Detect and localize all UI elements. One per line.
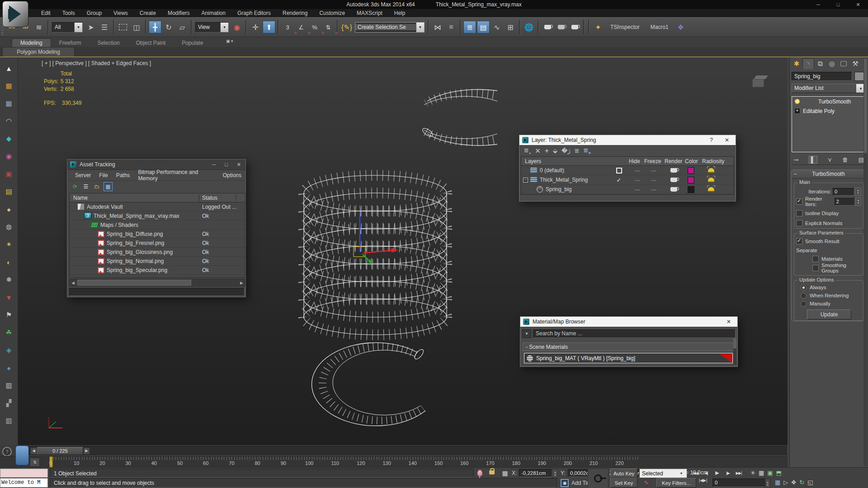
menu-item-edit[interactable]: Edit (35, 9, 57, 17)
layer-help-icon[interactable]: ? (710, 137, 725, 143)
ribbon-minimize-icon[interactable]: ▣ ▾ (226, 39, 240, 45)
selection-brackets-icon[interactable]: ▦ (759, 469, 764, 476)
time-slider-track[interactable]: ◀ 0 / 225 ▶ (29, 446, 787, 456)
at-menu-paths[interactable]: Paths (112, 172, 134, 178)
left-tool-icon-7[interactable]: ▣ (3, 168, 15, 180)
help-icon[interactable]: ? (2, 447, 12, 456)
layer-properties-icon[interactable]: ≣✱ (584, 147, 591, 155)
asset-row[interactable]: Thick_Metal_Spring_max_vray.maxOk (70, 211, 245, 221)
asset-row[interactable]: Spring_big_Diffuse.pngOk (70, 230, 245, 239)
left-tool-icon-18[interactable]: ● (3, 361, 15, 374)
browser-options-icon[interactable]: ▼ (522, 329, 531, 338)
expand-toggle-icon[interactable]: − (523, 178, 528, 183)
layer-row[interactable]: Spring_big—— (521, 185, 734, 194)
delete-layer-icon[interactable]: ✕ (535, 147, 541, 155)
tab-display-icon[interactable]: 🖵 (838, 58, 849, 69)
select-and-rotate-icon[interactable]: ↻ (162, 21, 175, 33)
go-to-start-icon[interactable]: |◀◀ (690, 469, 701, 477)
render-iters-spinner[interactable]: ▲▼ (855, 197, 861, 206)
modifier-stack-item[interactable]: +Editable Poly (792, 106, 865, 116)
set-key-button[interactable]: Set Key (610, 478, 637, 488)
timeline-ruler[interactable]: 0102030405060708090100110120130140150160… (42, 456, 783, 468)
column-radiosity[interactable]: Radiosity (702, 158, 724, 164)
left-tool-icon-16[interactable]: ☘ (3, 326, 15, 339)
column-hide[interactable]: Hide (629, 158, 640, 164)
material-editor-icon[interactable]: 🌐 (523, 21, 535, 33)
time-tag-cube-icon[interactable]: ▣ (561, 479, 569, 487)
flashlight-icon[interactable]: ✦ (592, 21, 604, 33)
layer-color-swatch[interactable] (688, 167, 694, 174)
maxscript-listener-macro-line[interactable] (0, 469, 48, 478)
track-bar[interactable]: ⇅ 01020304050607080901001101201301401501… (0, 456, 788, 468)
absolute-mode-transform-icon[interactable]: ▦ (501, 469, 509, 477)
play-icon[interactable]: ▶ (712, 469, 722, 477)
go-to-end-icon[interactable]: ▶▶| (733, 469, 744, 477)
freeze-cell[interactable]: — (649, 168, 658, 173)
ribbon-tab-populate[interactable]: Populate (174, 39, 211, 47)
menu-item-create[interactable]: Create (134, 9, 162, 17)
zoom-extents-all-icon[interactable]: ⬒ (776, 469, 782, 476)
minimize-button[interactable]: ─ (808, 0, 828, 9)
left-tool-icon-3[interactable]: ▦ (3, 97, 15, 110)
selection-lock-handle[interactable] (15, 446, 29, 465)
layer-table-header[interactable]: Layers Hide Freeze Render Color Radiosit… (521, 156, 734, 166)
layer-title-bar[interactable]: Layer: Thick_Metal_Spring ? ✕ (519, 135, 736, 145)
frame-spinner[interactable]: ▲▼ (765, 479, 770, 488)
menu-item-maxscript[interactable]: MAXScript (351, 9, 388, 17)
ribbon-tab-selection[interactable]: Selection (89, 39, 127, 47)
layer-close-icon[interactable]: ✕ (725, 137, 733, 143)
tab-modify-icon[interactable]: ◝ (802, 58, 814, 69)
render-iters-field[interactable]: 2 (835, 198, 855, 206)
hide-cell[interactable]: — (633, 168, 642, 173)
iterations-spinner[interactable]: ▲▼ (855, 188, 861, 196)
isoline-display-checkbox[interactable] (796, 210, 802, 216)
left-tool-icon-2[interactable]: ▦ (3, 80, 15, 92)
report-icon[interactable]: ☰ (82, 183, 90, 191)
left-tool-icon-13[interactable]: ❅ (3, 273, 15, 286)
menu-item-animation[interactable]: Animation (196, 9, 231, 17)
at-close-icon[interactable]: ✕ (237, 162, 241, 168)
pan-view-icon[interactable]: ✥ (791, 479, 796, 486)
menu-item-help[interactable]: Help (388, 9, 411, 17)
freeze-cell[interactable]: — (649, 177, 658, 183)
selection-set-key-combo[interactable]: Selected ▾ (639, 469, 687, 478)
orbit-icon[interactable]: ↻ (799, 479, 804, 486)
selection-lock-icon[interactable] (489, 470, 495, 474)
scene-materials-section[interactable]: - Scene Materials (523, 343, 735, 351)
at-menu-server[interactable]: Server (71, 172, 95, 178)
next-frame-icon[interactable]: ▶ (83, 447, 90, 455)
rectangular-selection-region-icon[interactable] (117, 21, 129, 33)
layer-color-swatch[interactable] (688, 177, 694, 183)
polygon-modeling-panel[interactable]: Polygon Modeling (2, 47, 75, 56)
scroll-left-icon[interactable]: ◀ (70, 281, 76, 285)
menu-item-modifiers[interactable]: Modifiers (162, 9, 196, 17)
current-layer-cell[interactable] (614, 168, 623, 174)
object-color-swatch[interactable] (854, 72, 864, 81)
make-unique-icon[interactable]: ⋎ (828, 156, 832, 163)
material-browser-title-bar[interactable]: Material/Map Browser ✕ (520, 317, 737, 327)
left-tool-icon-8[interactable]: ▤ (3, 185, 15, 198)
menu-item-tools[interactable]: Tools (57, 9, 81, 17)
column-color[interactable]: Color (685, 158, 698, 164)
left-tool-icon-11[interactable]: ✶ (3, 238, 15, 251)
tab-create-icon[interactable]: ✱ (791, 58, 802, 69)
asset-table-header[interactable]: Name Status (70, 193, 245, 202)
tsinspector-button[interactable]: TSInspector (605, 24, 645, 30)
iterations-field[interactable]: 0 (833, 188, 854, 196)
left-tool-icon-10[interactable]: ◍ (3, 221, 15, 233)
update-button[interactable]: Update (807, 310, 851, 319)
mirror-icon[interactable]: ⋈ (431, 21, 444, 33)
radiosity-cell[interactable] (707, 187, 716, 192)
combo-arrow-icon[interactable]: ▾ (416, 23, 424, 32)
material-scrollbar[interactable] (733, 338, 736, 365)
left-tool-icon-12[interactable]: ◐ (3, 256, 15, 268)
column-freeze[interactable]: Freeze (644, 158, 661, 164)
layer-row[interactable]: 0 (default)—— (521, 166, 734, 175)
maximize-button[interactable]: □ (828, 0, 848, 9)
show-end-result-icon[interactable]: ▌ (809, 156, 817, 164)
render-iters-checkbox[interactable] (796, 198, 802, 205)
path-editor-icon[interactable]: 🗀 (93, 183, 101, 191)
menu-item-views[interactable]: Views (108, 9, 134, 17)
column-status[interactable]: Status (199, 195, 236, 201)
smooth-result-checkbox[interactable] (796, 238, 802, 244)
